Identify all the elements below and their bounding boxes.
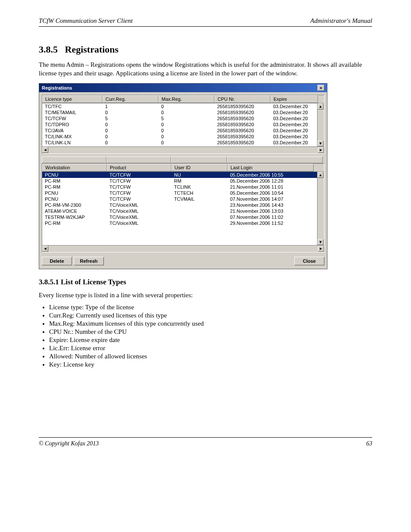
table-row[interactable]: TC/LINK-LN002658185939562003.Dezember.20 — [42, 140, 324, 146]
col-user-id[interactable]: User ID — [171, 164, 227, 171]
vertical-scrollbar[interactable]: ▲ ▼ — [317, 172, 324, 245]
table-row[interactable]: TC/TCFW552658185939562003.Dezember.20 — [42, 115, 324, 121]
table-cell: 21.November.2006 11:01 — [227, 184, 314, 190]
col-product[interactable]: Product — [107, 164, 171, 171]
table-cell: 1 — [103, 103, 159, 109]
table-cell: PCNU — [42, 172, 107, 178]
table-cell: PC-RM — [42, 178, 107, 184]
table-row[interactable]: PCNUTC/TCFWNU05.December.2006 10:55 — [42, 172, 324, 178]
list-item: Key: License key — [49, 361, 372, 368]
table-cell: TC/TCFW — [107, 196, 171, 202]
table-cell: 0 — [159, 109, 215, 115]
table-cell: 03.Dezember.20 — [271, 103, 318, 109]
sessions-listview[interactable]: Workstation Product User ID Last Login P… — [42, 163, 324, 252]
table-row[interactable]: PC-RMTC/VoiceXML29.November.2006 11:52 — [42, 220, 324, 226]
table-cell: 05.December.2006 10:55 — [227, 172, 314, 178]
page-footer: © Copyright Kofax 2013 63 — [39, 437, 372, 447]
table-cell: 03.Dezember.20 — [271, 128, 318, 134]
col-max-reg[interactable]: Max.Reg. — [159, 95, 215, 103]
scroll-left-icon[interactable]: ◄ — [42, 246, 48, 252]
close-button[interactable]: Close — [294, 257, 324, 265]
horizontal-scrollbar[interactable]: ◄ ► — [42, 146, 324, 153]
table-cell: 5 — [103, 115, 159, 121]
table-cell: 29.November.2006 11:52 — [227, 220, 314, 226]
table-row[interactable]: TC/METAMAIL002658185939562003.Dezember.2… — [42, 109, 324, 115]
sessions-list-header: Workstation Product User ID Last Login — [42, 164, 324, 172]
dialog-title-text: Registrations — [42, 85, 318, 90]
table-cell: 03.Dezember.20 — [271, 109, 318, 115]
col-licence-type[interactable]: Licence type — [42, 95, 103, 103]
dialog-titlebar[interactable]: Registrations × — [39, 84, 327, 92]
horizontal-scrollbar[interactable]: ◄ ► — [42, 245, 324, 252]
table-row[interactable]: TC/JAVA002658185939562003.Dezember.20 — [42, 128, 324, 134]
table-cell: TCLINK — [171, 184, 227, 190]
col-curr-reg[interactable]: Curr.Reg. — [103, 95, 159, 103]
table-cell: 21.November.2006 13:03 — [227, 208, 314, 214]
table-row[interactable]: TC/LINK-MX002658185939562003.Dezember.20 — [42, 134, 324, 140]
table-cell: 0 — [103, 109, 159, 115]
table-cell: TC/LINK-MX — [42, 134, 103, 140]
header-left: TCfW Communication Server Client — [39, 17, 206, 25]
table-cell: 03.Dezember.20 — [271, 134, 318, 140]
table-cell: TC/VoiceXML — [107, 202, 171, 208]
dialog-button-bar: Delete Refresh Close — [39, 255, 327, 269]
table-cell: 03.Dezember.20 — [271, 140, 318, 146]
table-cell: TC/TCFW — [107, 184, 171, 190]
col-cpu-nr[interactable]: CPU Nr. — [215, 95, 271, 103]
table-cell: PC-RM — [42, 184, 107, 190]
scroll-up-icon[interactable]: ▲ — [318, 172, 324, 178]
col-workstation[interactable]: Workstation — [42, 164, 107, 171]
scroll-up-icon[interactable]: ▲ — [318, 103, 324, 109]
scroll-right-icon[interactable]: ► — [318, 246, 324, 252]
section-heading: Registrations — [65, 44, 119, 55]
table-cell: 26581859395620 — [215, 134, 271, 140]
table-cell: 0 — [159, 103, 215, 109]
table-cell: 0 — [159, 128, 215, 134]
refresh-button[interactable]: Refresh — [74, 257, 104, 265]
table-cell: 0 — [103, 140, 159, 146]
list-item: Allowed: Number of allowed licenses — [49, 353, 372, 360]
table-row[interactable]: PC-RMTC/TCFWRM05.December.2006 12:28 — [42, 178, 324, 184]
section-number: 3.8.5 — [39, 44, 58, 55]
table-cell: 5 — [159, 115, 215, 121]
licence-list-header: Licence type Curr.Reg. Max.Reg. CPU Nr. … — [42, 95, 324, 103]
table-row[interactable]: PCNUTC/TCFWTCVMAIL07.November.2006 14:07 — [42, 196, 324, 202]
table-row[interactable]: PC-RMTC/TCFWTCLINK21.November.2006 11:01 — [42, 184, 324, 190]
table-row[interactable]: TC/TDPRO002658185939562003.Dezember.20 — [42, 121, 324, 128]
col-last-login[interactable]: Last Login — [227, 164, 314, 171]
list-item: Expire: License expire date — [49, 336, 372, 344]
sessions-list-body[interactable]: PCNUTC/TCFWNU05.December.2006 10:55PC-RM… — [42, 172, 324, 245]
delete-button[interactable]: Delete — [42, 257, 72, 265]
table-cell: TC/TCFW — [107, 190, 171, 196]
close-icon[interactable]: × — [318, 85, 324, 91]
table-cell: 26581859395620 — [215, 121, 271, 128]
list-item: Lic.Err: License error — [49, 345, 372, 352]
subsection-paragraph: Every license type is listed in a line w… — [39, 291, 372, 299]
table-cell: TC/TCFW — [107, 172, 171, 178]
table-row[interactable]: PC-RM-VM-2300TC/VoiceXML23.November.2006… — [42, 202, 324, 208]
scroll-down-icon[interactable]: ▼ — [318, 239, 324, 245]
subsection-title: 3.8.5.1 List of License Types — [39, 278, 372, 286]
table-cell — [171, 202, 227, 208]
scroll-right-icon[interactable]: ► — [318, 147, 324, 153]
table-row[interactable]: TESTRM-W2KJAPTC/VoiceXML07.November.2006… — [42, 214, 324, 220]
vertical-scrollbar[interactable]: ▲ ▼ — [317, 103, 324, 146]
table-cell: 05.December.2006 10:54 — [227, 190, 314, 196]
table-cell: TC/TCFW — [42, 115, 103, 121]
scroll-left-icon[interactable]: ◄ — [42, 147, 48, 153]
list-item: Curr.Reg: Currently used licenses of thi… — [49, 312, 372, 319]
table-row[interactable]: PCNUTC/TCFWTCTECH05.December.2006 10:54 — [42, 190, 324, 196]
table-cell: NU — [171, 172, 227, 178]
section-paragraph-1: The menu Admin – Registrations opens the… — [39, 60, 372, 78]
table-cell: ATEAM-VOICE — [42, 208, 107, 214]
table-cell: 07.November.2006 14:07 — [227, 196, 314, 202]
table-cell: 0 — [103, 121, 159, 128]
table-cell: 26581859395620 — [215, 128, 271, 134]
licence-list-body[interactable]: TC/TFC102658185939562003.Dezember.20TC/M… — [42, 103, 324, 146]
licence-listview[interactable]: Licence type Curr.Reg. Max.Reg. CPU Nr. … — [42, 95, 324, 154]
scroll-down-icon[interactable]: ▼ — [318, 140, 324, 146]
table-row[interactable]: TC/TFC102658185939562003.Dezember.20 — [42, 103, 324, 109]
table-cell: RM — [171, 178, 227, 184]
col-expire[interactable]: Expire — [271, 95, 318, 103]
table-row[interactable]: ATEAM-VOICETC/VoiceXML21.November.2006 1… — [42, 208, 324, 214]
